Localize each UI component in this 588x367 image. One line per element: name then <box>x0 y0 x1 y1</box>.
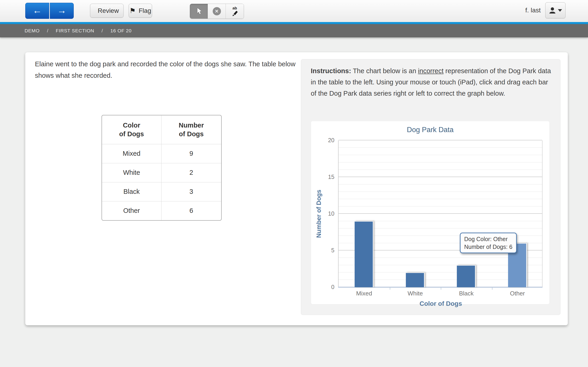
accent-strip <box>0 22 588 24</box>
y-tick-label: 10 <box>322 210 334 217</box>
back-arrow-icon: ← <box>33 6 42 15</box>
table-cell-count: 2 <box>161 163 221 182</box>
y-tick-label: 20 <box>322 137 334 144</box>
table-row: Other6 <box>102 201 221 220</box>
top-toolbar: ← → Review ⚑ Flag ✕ ab <box>0 0 588 22</box>
x-axis-tick <box>441 287 441 290</box>
user-name-label: f. last <box>525 7 541 14</box>
dog-data-table: Color of Dogs Number of Dogs Mixed9White… <box>102 115 222 221</box>
minor-gridline <box>338 155 542 155</box>
flag-button[interactable]: ⚑ Flag <box>129 4 152 18</box>
question-card: Elaine went to the dog park and recorded… <box>25 52 568 325</box>
table-cell-color: Mixed <box>102 144 161 163</box>
x-tick-label: Other <box>492 290 543 297</box>
forward-arrow-icon: → <box>57 6 66 15</box>
instructions-text: Instructions: The chart below is an inco… <box>311 65 553 99</box>
flag-button-label: Flag <box>139 7 151 15</box>
breadcrumb-item: 16 OF 20 <box>111 28 132 33</box>
table-row: White2 <box>102 163 221 182</box>
circle-x-icon: ✕ <box>213 7 221 15</box>
flag-icon: ⚑ <box>130 7 136 14</box>
tooltip-line-1: Dog Color: Other <box>464 235 512 243</box>
user-icon <box>549 7 556 14</box>
breadcrumb-separator: / <box>102 28 103 33</box>
major-gridline <box>338 177 542 177</box>
caret-down-icon <box>558 9 562 12</box>
pointer-tool-button[interactable] <box>190 4 208 19</box>
table-cell-color: Black <box>102 182 161 201</box>
y-axis-title: Number of Dogs <box>315 190 322 238</box>
major-gridline <box>338 213 542 214</box>
interaction-panel: Instructions: The chart below is an inco… <box>301 59 561 315</box>
table-cell-count: 9 <box>161 144 221 163</box>
pointer-cursor-icon <box>195 7 202 15</box>
chart-card: Dog Park Data Number of Dogs Color of Do… <box>311 121 550 304</box>
user-menu-button[interactable] <box>545 2 565 18</box>
x-tick-label: White <box>390 290 441 297</box>
previous-question-button[interactable]: ← <box>25 3 49 19</box>
minor-gridline <box>338 162 542 162</box>
y-tick-label: 0 <box>322 284 334 290</box>
x-tick-label: Black <box>441 290 492 297</box>
user-area: f. last <box>525 2 565 18</box>
table-cell-count: 3 <box>161 182 221 201</box>
bar-tooltip: Dog Color: Other Number of Dogs: 6 <box>460 233 517 253</box>
minor-gridline <box>338 199 542 199</box>
breadcrumb-item: DEMO <box>25 28 40 33</box>
breadcrumb-item: FIRST SECTION <box>56 28 94 33</box>
highlighter-tool-label: ab <box>233 6 237 10</box>
review-button-label: Review <box>98 7 119 15</box>
breadcrumb-separator: / <box>47 28 48 33</box>
x-axis-tick <box>390 287 390 290</box>
table-row: Mixed9 <box>102 144 221 163</box>
highlighter-pen-icon <box>231 10 238 16</box>
minor-gridline <box>338 148 542 148</box>
minor-gridline <box>338 184 542 184</box>
tooltip-line-2: Number of Dogs: 6 <box>464 243 512 251</box>
instructions-underlined-word: incorrect <box>418 67 443 75</box>
table-row: Black3 <box>102 182 221 201</box>
minor-gridline <box>338 192 542 192</box>
y-tick-label: 5 <box>322 247 334 254</box>
bar-mixed[interactable] <box>355 221 373 287</box>
table-cell-count: 6 <box>161 201 221 220</box>
question-text: Elaine went to the dog park and recorded… <box>35 58 308 81</box>
table-cell-color: Other <box>102 201 161 220</box>
x-axis-tick <box>492 287 493 290</box>
next-question-button[interactable]: → <box>50 3 74 19</box>
x-tick-label: Mixed <box>338 290 390 297</box>
table-cell-color: White <box>102 163 161 182</box>
breadcrumb: DEMO/FIRST SECTION/16 OF 20 <box>0 24 588 37</box>
bar-black[interactable] <box>457 265 476 287</box>
eliminate-answer-tool-button[interactable]: ✕ <box>208 4 226 19</box>
table-header-color: Color of Dogs <box>102 115 161 144</box>
bar-white[interactable] <box>406 273 425 287</box>
table-header-number: Number of Dogs <box>161 115 221 144</box>
y-tick-label: 15 <box>322 174 334 180</box>
highlighter-tool-button[interactable]: ab <box>226 4 244 19</box>
tool-button-group: ✕ ab <box>190 4 244 19</box>
instructions-label: Instructions: <box>311 67 351 75</box>
minor-gridline <box>338 169 542 170</box>
major-gridline <box>338 140 542 140</box>
chart-title: Dog Park Data <box>311 126 549 134</box>
x-axis-title: Color of Dogs <box>338 300 543 307</box>
review-button[interactable]: Review <box>90 4 124 18</box>
question-nav-group: ← → <box>25 3 74 19</box>
plot-area: Number of Dogs Color of Dogs 05101520Mix… <box>338 140 543 287</box>
